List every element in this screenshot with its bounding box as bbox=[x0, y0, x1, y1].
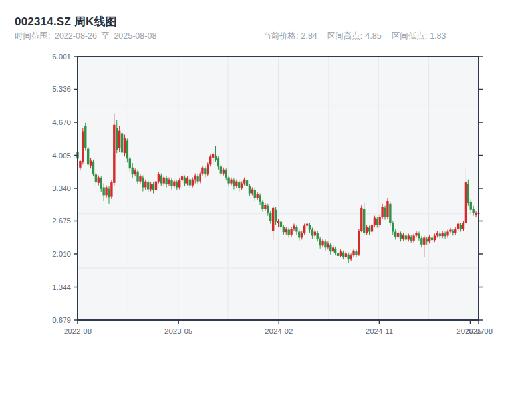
current-price-stat: 当前价格:2.84 bbox=[263, 31, 317, 42]
svg-text:2024-02: 2024-02 bbox=[265, 327, 293, 335]
kline-chart: 6.0015.3364.6704.0053.3402.6752.0101.344… bbox=[0, 0, 532, 399]
svg-text:5.336: 5.336 bbox=[52, 85, 71, 93]
date-range-subtitle: 时间范围: 2022-08-26 至 2025-08-08 bbox=[15, 31, 158, 42]
svg-text:1.344: 1.344 bbox=[52, 283, 71, 291]
svg-text:6.001: 6.001 bbox=[52, 53, 71, 61]
date-range-start: 2022-08-26 bbox=[55, 31, 97, 41]
svg-text:2025-08: 2025-08 bbox=[465, 327, 493, 335]
current-price-value: 2.84 bbox=[301, 31, 317, 41]
svg-text:4.005: 4.005 bbox=[52, 152, 71, 160]
svg-text:3.340: 3.340 bbox=[52, 184, 71, 192]
range-low-value: 1.83 bbox=[430, 31, 446, 41]
current-price-label: 当前价格: bbox=[263, 31, 298, 41]
date-range-end: 2025-08-08 bbox=[114, 31, 156, 41]
svg-text:2023-05: 2023-05 bbox=[164, 327, 192, 335]
range-high-label: 区间高点: bbox=[327, 31, 362, 41]
svg-text:2024-11: 2024-11 bbox=[366, 327, 393, 335]
svg-text:4.670: 4.670 bbox=[52, 118, 71, 126]
range-low-label: 区间低点: bbox=[392, 31, 427, 41]
range-high-value: 4.85 bbox=[365, 31, 381, 41]
date-range-label: 时间范围: bbox=[15, 31, 50, 41]
svg-text:0.679: 0.679 bbox=[52, 316, 71, 324]
range-high-stat: 区间高点:4.85 bbox=[327, 31, 382, 42]
price-stats: 当前价格:2.84 区间高点:4.85 区间低点:1.83 bbox=[263, 31, 446, 42]
kline-page: 002314.SZ 周K线图 时间范围: 2022-08-26 至 2025-0… bbox=[0, 0, 532, 399]
date-range-connector: 至 bbox=[101, 31, 110, 41]
range-low-stat: 区间低点:1.83 bbox=[392, 31, 446, 42]
svg-text:2.010: 2.010 bbox=[52, 250, 71, 258]
svg-text:2022-08: 2022-08 bbox=[64, 327, 92, 335]
page-title: 002314.SZ 周K线图 bbox=[15, 14, 117, 29]
svg-text:2.675: 2.675 bbox=[52, 217, 71, 225]
